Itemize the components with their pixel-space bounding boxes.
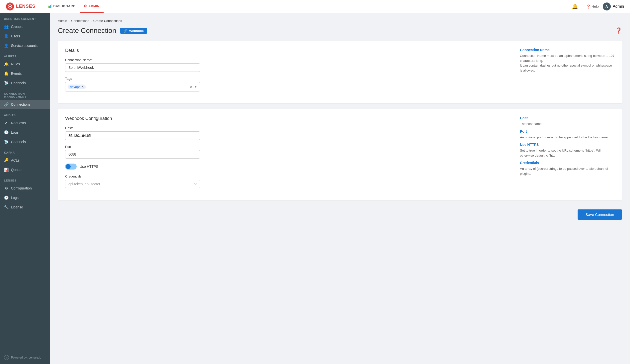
sidebar-item-events[interactable]: 🔔 Events <box>0 69 50 78</box>
page-help-icon[interactable]: ❓ <box>615 27 622 34</box>
sidebar: USER MANAGEMENT 👥 Groups 👤 Users 👤 Servi… <box>0 13 50 364</box>
topnav-links: 📊 DASHBOARD ⚙ ADMIN <box>44 0 104 13</box>
nav-divider <box>582 3 582 9</box>
details-form: Details Connection Name* Tags devops ✕ <box>65 48 514 96</box>
groups-icon: 👥 <box>4 24 8 29</box>
sidebar-item-service-accounts[interactable]: 👤 Service accounts <box>0 41 50 50</box>
logo-text: LENSES <box>16 4 36 9</box>
connection-name-group: Connection Name* <box>65 58 514 72</box>
port-label: Port <box>65 145 514 149</box>
page-badge: 🔗 Webhook <box>120 28 147 34</box>
sidebar-item-acls[interactable]: 🔑 ACLs <box>0 156 50 165</box>
help-icon: ❓ <box>586 4 590 8</box>
host-label: Host* <box>65 126 514 130</box>
tag-remove-button[interactable]: ✕ <box>81 85 84 88</box>
user-menu[interactable]: A Admin <box>603 2 624 10</box>
details-help-text-1: Connection Name must be an alphanumeric … <box>520 53 615 73</box>
avatar: A <box>603 2 611 10</box>
sidebar-item-groups[interactable]: 👥 Groups <box>0 22 50 31</box>
footer-icon: ↻ <box>4 355 9 360</box>
breadcrumb: Admin › Connections › Create Connections <box>58 19 622 23</box>
save-bar: Save Connection <box>58 205 622 220</box>
breadcrumb-sep-1: › <box>69 19 70 23</box>
toggle-slider <box>65 164 77 170</box>
sidebar-item-license[interactable]: 🔧 License <box>0 202 50 212</box>
sidebar-item-quotas[interactable]: 📊 Quotas <box>0 165 50 175</box>
details-help: Connection Name Connection Name must be … <box>520 48 615 96</box>
help-link[interactable]: ❓ Help <box>586 4 599 8</box>
connection-name-required: * <box>91 58 92 62</box>
alerts-channels-icon: 📡 <box>4 81 8 85</box>
acls-icon: 🔑 <box>4 158 8 163</box>
webhook-help-title-1: Host <box>520 116 615 120</box>
use-https-group: Use HTTPS <box>65 164 514 170</box>
webhook-card: Webhook Configuration Host* Port <box>58 109 622 200</box>
sidebar-item-logs[interactable]: 🕐 Logs <box>0 128 50 137</box>
credentials-select-wrapper: api-token, api-secret <box>65 180 200 188</box>
sidebar-section-connection-management: CONNECTION MANAGEMENT <box>0 88 50 100</box>
nav-dashboard[interactable]: 📊 DASHBOARD <box>44 0 80 13</box>
webhook-help-text-4: An array of (secret) strings to be passe… <box>520 166 615 176</box>
sidebar-item-audit-channels[interactable]: 📡 Channels <box>0 137 50 147</box>
tag-devops: devops ✕ <box>68 85 86 89</box>
use-https-label: Use HTTPS <box>80 165 98 169</box>
audit-channels-icon: 📡 <box>4 140 8 144</box>
host-required: * <box>72 126 73 130</box>
tags-clear-button[interactable]: ✕ <box>190 85 193 89</box>
configuration-icon: ⚙ <box>4 186 8 190</box>
webhook-title: Webhook Configuration <box>65 116 514 121</box>
notifications-button[interactable]: 🔔 <box>572 3 578 9</box>
sidebar-section-kafka: KAFKA <box>0 147 50 156</box>
sidebar-section-user-management: USER MANAGEMENT <box>0 13 50 22</box>
logo-icon <box>6 2 14 10</box>
breadcrumb-connections[interactable]: Connections <box>71 19 89 23</box>
logo[interactable]: LENSES <box>6 2 36 10</box>
sidebar-item-alerts-channels[interactable]: 📡 Channels <box>0 78 50 88</box>
sidebar-section-alerts: ALERTS <box>0 50 50 59</box>
sidebar-item-lenses-logs[interactable]: 🕐 Logs <box>0 193 50 202</box>
webhook-help-title-2: Port <box>520 129 615 133</box>
sidebar-item-requests[interactable]: ✔ Requests <box>0 118 50 128</box>
tags-input[interactable]: devops ✕ ✕ ▼ <box>65 82 200 91</box>
credentials-label: Credentials <box>65 175 514 178</box>
dashboard-icon: 📊 <box>48 4 52 8</box>
details-card: Details Connection Name* Tags devops ✕ <box>58 41 622 104</box>
tags-label: Tags <box>65 77 514 81</box>
topnav: LENSES 📊 DASHBOARD ⚙ ADMIN 🔔 ❓ Help A Ad… <box>0 0 630 13</box>
save-connection-button[interactable]: Save Connection <box>578 209 622 220</box>
details-title: Details <box>65 48 514 53</box>
tags-controls: ✕ ▼ <box>190 85 197 89</box>
webhook-help-text-1: The host name. <box>520 121 615 126</box>
port-input[interactable] <box>65 150 200 159</box>
sidebar-item-configuration[interactable]: ⚙ Configuration <box>0 183 50 193</box>
webhook-help: Host The host name. Port An optional por… <box>520 116 615 193</box>
events-icon: 🔔 <box>4 71 8 76</box>
host-input[interactable] <box>65 131 200 140</box>
webhook-help-text-2: An optional port number to be appended t… <box>520 135 615 140</box>
connections-icon: 🔗 <box>4 102 8 107</box>
topnav-right: 🔔 ❓ Help A Admin <box>572 2 624 10</box>
tags-dropdown-icon[interactable]: ▼ <box>194 85 197 89</box>
nav-admin[interactable]: ⚙ ADMIN <box>80 0 104 13</box>
credentials-select[interactable]: api-token, api-secret <box>65 180 200 188</box>
connection-name-label: Connection Name* <box>65 58 514 62</box>
requests-icon: ✔ <box>4 121 8 125</box>
logs-icon: 🕐 <box>4 130 8 135</box>
sidebar-item-connections[interactable]: 🔗 Connections <box>0 100 50 109</box>
admin-icon: ⚙ <box>84 4 87 8</box>
license-icon: 🔧 <box>4 205 8 209</box>
page-title: Create Connection <box>58 27 116 35</box>
breadcrumb-current: Create Connections <box>93 19 122 23</box>
users-icon: 👤 <box>4 34 8 38</box>
details-help-title-1: Connection Name <box>520 48 615 52</box>
breadcrumb-admin[interactable]: Admin <box>58 19 67 23</box>
sidebar-item-users[interactable]: 👤 Users <box>0 31 50 41</box>
credentials-group: Credentials api-token, api-secret <box>65 175 514 188</box>
service-accounts-icon: 👤 <box>4 43 8 48</box>
use-https-toggle[interactable] <box>65 164 77 170</box>
rules-icon: 🔔 <box>4 62 8 66</box>
tags-group: Tags devops ✕ ✕ ▼ <box>65 77 514 91</box>
webhook-help-title-3: Use HTTPS <box>520 143 615 147</box>
connection-name-input[interactable] <box>65 63 200 72</box>
sidebar-item-rules[interactable]: 🔔 Rules <box>0 59 50 69</box>
